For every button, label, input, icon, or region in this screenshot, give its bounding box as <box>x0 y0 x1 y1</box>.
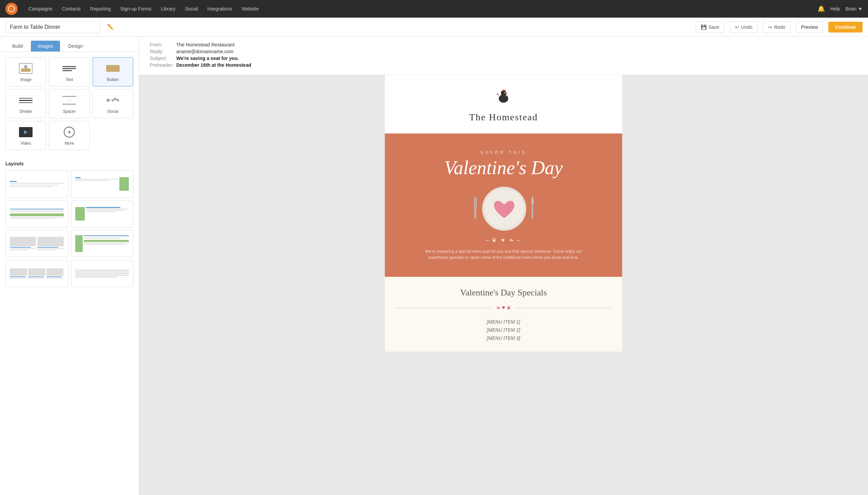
subject-row: Subject: We're saving a seat for you. <box>150 55 857 61</box>
svg-rect-11 <box>474 206 476 209</box>
element-more[interactable]: + More <box>49 121 89 150</box>
divider-icon <box>18 93 34 107</box>
element-divider[interactable]: Divider <box>5 89 46 118</box>
undo-button[interactable]: ↩ Undo <box>730 21 757 33</box>
preview-label: Preview <box>801 24 818 30</box>
nav-social[interactable]: Social <box>181 4 202 14</box>
decorative-swirls: ～❦ ♥ ❧～ <box>396 236 611 244</box>
element-text[interactable]: Text <box>49 57 89 86</box>
email-logo-area: The Homestead <box>385 75 622 134</box>
redo-icon: ↪ <box>768 24 772 30</box>
element-button[interactable]: Button <box>93 57 133 86</box>
save-label: Save <box>708 24 719 30</box>
layouts-section: Layouts <box>0 161 139 292</box>
element-video-label: Video <box>21 141 31 146</box>
layout-8[interactable] <box>71 260 134 287</box>
layout-1[interactable] <box>5 170 68 198</box>
nav-links: Campaigns Contacts Reporting Sign-up For… <box>24 4 815 14</box>
tab-images[interactable]: Images <box>31 41 60 51</box>
email-canvas: The Homestead SAVOR THIS Valentine's Day <box>385 75 622 352</box>
element-social-label: Social <box>107 109 118 114</box>
elements-grid: Image Text <box>5 57 133 150</box>
redo-button[interactable]: ↪ Redo <box>763 21 790 33</box>
continue-button[interactable]: Continue <box>828 22 863 33</box>
save-icon: 💾 <box>701 24 706 30</box>
element-image-label: Image <box>20 77 31 82</box>
notifications-icon[interactable]: 🔔 <box>817 5 825 13</box>
button-icon <box>105 62 121 75</box>
svg-point-6 <box>501 90 506 96</box>
specials-divider: ❧ ♥ ❦ <box>396 305 611 311</box>
svg-rect-8 <box>474 197 475 207</box>
element-text-label: Text <box>65 77 73 82</box>
hero-plate <box>396 187 611 231</box>
chevron-down-icon: ▼ <box>858 6 863 12</box>
nav-signup-forms[interactable]: Sign-up Forms <box>116 4 156 14</box>
logo-icon <box>8 5 15 12</box>
email-hero: SAVOR THIS Valentine's Day <box>385 134 622 277</box>
subject-label: Subject: <box>150 55 173 61</box>
specials-section: Valentine's Day Specials ❧ ♥ ❦ [MENU ITE… <box>385 277 622 352</box>
tab-build[interactable]: Build <box>5 41 30 51</box>
reply-label: Reply: <box>150 49 173 54</box>
element-button-label: Button <box>107 77 119 82</box>
svg-rect-13 <box>532 208 533 219</box>
nav-library[interactable]: Library <box>157 4 180 14</box>
email-meta: From: The Homestead Restaurant Reply: an… <box>139 37 868 75</box>
layouts-grid <box>5 170 133 287</box>
layout-3[interactable] <box>5 200 68 227</box>
elements-section: Image Text <box>0 52 139 161</box>
layout-6[interactable] <box>71 230 134 257</box>
nav-campaigns[interactable]: Campaigns <box>24 4 56 14</box>
nav-integrations[interactable]: Integrations <box>203 4 236 14</box>
specials-title: Valentine's Day Specials <box>396 288 611 298</box>
element-image[interactable]: Image <box>5 57 46 86</box>
right-divider-line <box>515 308 611 308</box>
content-area: Build Images Design Image <box>0 37 868 495</box>
svg-rect-9 <box>476 197 477 207</box>
undo-icon: ↩ <box>735 24 739 30</box>
spacer-icon: ↔ <box>61 93 77 107</box>
reply-value: aname@domainname.com <box>176 49 233 54</box>
app-logo[interactable] <box>5 3 18 15</box>
layout-5[interactable] <box>5 230 68 257</box>
video-icon <box>18 125 34 139</box>
social-icon <box>105 93 121 107</box>
layout-2[interactable] <box>71 170 134 198</box>
nav-help[interactable]: Help <box>830 6 840 12</box>
layout-7[interactable] <box>5 260 68 287</box>
layout-4[interactable] <box>71 200 134 227</box>
from-row: From: The Homestead Restaurant <box>150 42 857 48</box>
preview-button[interactable]: Preview <box>796 21 823 33</box>
element-video[interactable]: Video <box>5 121 46 150</box>
left-divider-line <box>396 308 492 308</box>
plate <box>482 187 526 231</box>
image-icon <box>18 62 34 75</box>
redo-label: Redo <box>774 24 785 30</box>
menu-item-2: [MENU ITEM 2] <box>396 327 611 333</box>
hero-savor-text: SAVOR THIS <box>396 150 611 155</box>
save-button[interactable]: 💾 Save <box>696 21 724 33</box>
tab-design[interactable]: Design <box>61 41 90 51</box>
preheader-row: Preheader: December 16th at the Homestea… <box>150 62 857 68</box>
user-name: Brian <box>845 6 856 12</box>
nav-website[interactable]: Website <box>238 4 263 14</box>
user-menu[interactable]: Brian ▼ <box>845 6 863 12</box>
nav-right: 🔔 Help Brian ▼ <box>817 5 863 13</box>
divider-ornament: ❧ ♥ ❦ <box>496 305 511 311</box>
edit-title-icon[interactable]: ✏️ <box>107 24 114 30</box>
more-icon: + <box>61 125 77 139</box>
element-social[interactable]: Social <box>93 89 133 118</box>
reply-row: Reply: aname@domainname.com <box>150 49 857 54</box>
nav-reporting[interactable]: Reporting <box>86 4 115 14</box>
element-spacer[interactable]: ↔ Spacer <box>49 89 89 118</box>
element-spacer-label: Spacer <box>63 109 76 114</box>
homestead-logo-text: The Homestead <box>469 112 538 123</box>
nav-contacts[interactable]: Contacts <box>58 4 85 14</box>
svg-point-7 <box>504 92 505 93</box>
top-nav: Campaigns Contacts Reporting Sign-up For… <box>0 0 868 18</box>
campaign-title-input[interactable] <box>5 21 100 33</box>
element-more-label: More <box>65 141 74 146</box>
menu-items-list: [MENU ITEM 1] [MENU ITEM 2] [MENU ITEM 3… <box>396 319 611 341</box>
menu-item-3: [MENU ITEM 3] <box>396 336 611 341</box>
